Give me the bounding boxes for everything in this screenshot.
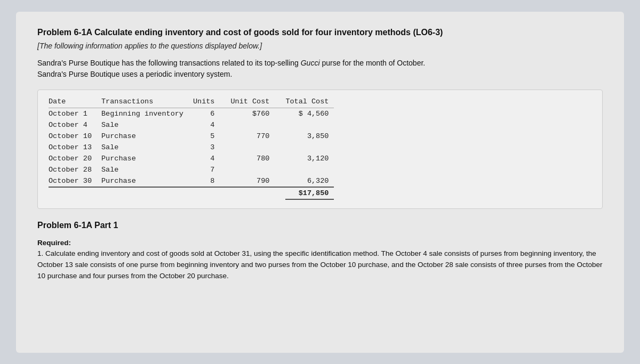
table-header-row: Date Transactions Units Unit Cost Total … — [49, 96, 334, 108]
cell-unit-cost: 790 — [230, 175, 285, 187]
table-row: October 4Sale4 — [49, 119, 334, 131]
cell-transaction: Purchase — [101, 153, 193, 164]
description: Sandra's Purse Boutique has the followin… — [37, 58, 603, 80]
table-container: Date Transactions Units Unit Cost Total … — [37, 90, 603, 209]
cell-units: 3 — [193, 142, 231, 153]
cell-units: 5 — [193, 131, 231, 142]
description-text2: Sandra's Purse Boutique uses a periodic … — [37, 70, 232, 78]
cell-unit-cost — [230, 119, 285, 131]
cell-unit-cost: 780 — [230, 153, 285, 164]
cell-date: October 30 — [49, 175, 101, 187]
problem-title: Problem 6-1A Calculate ending inventory … — [37, 28, 603, 37]
cell-unit-cost: $760 — [230, 108, 285, 119]
cell-transaction: Sale — [101, 164, 193, 175]
table-row: October 10Purchase57703,850 — [49, 131, 334, 142]
cell-unit-cost: 770 — [230, 131, 285, 142]
col-header-total-cost: Total Cost — [285, 96, 334, 108]
cell-total-cost — [285, 142, 334, 153]
cell-date: October 28 — [49, 164, 101, 175]
cell-total-cost: $ 4,560 — [285, 108, 334, 119]
cell-date: October 20 — [49, 153, 101, 164]
page-container: Problem 6-1A Calculate ending inventory … — [16, 12, 624, 353]
cell-units: 7 — [193, 164, 231, 175]
cell-transaction: Sale — [101, 142, 193, 153]
cell-units: 4 — [193, 153, 231, 164]
col-header-transactions: Transactions — [101, 96, 193, 108]
cell-units: 8 — [193, 175, 231, 187]
cell-total-1 — [101, 187, 193, 199]
required-section: Required: 1. Calculate ending inventory … — [37, 238, 603, 282]
cell-total-cost — [285, 164, 334, 175]
cell-total-0 — [49, 187, 101, 199]
cell-total-cost: 6,320 — [285, 175, 334, 187]
cell-total-cost: 3,850 — [285, 131, 334, 142]
description-gucci: Gucci — [301, 59, 320, 67]
cell-units: 4 — [193, 119, 231, 131]
cell-date: October 13 — [49, 142, 101, 153]
cell-total-3 — [230, 187, 285, 199]
cell-date: October 4 — [49, 119, 101, 131]
inventory-table: Date Transactions Units Unit Cost Total … — [49, 96, 334, 200]
subtitle: [The following information applies to th… — [37, 42, 603, 50]
table-row: October 20Purchase47803,120 — [49, 153, 334, 164]
cell-date: October 1 — [49, 108, 101, 119]
required-text: 1. Calculate ending inventory and cost o… — [37, 249, 603, 280]
table-row: October 13Sale3 — [49, 142, 334, 153]
cell-date: October 10 — [49, 131, 101, 142]
col-header-date: Date — [49, 96, 101, 108]
col-header-unit-cost: Unit Cost — [230, 96, 285, 108]
cell-transaction: Purchase — [101, 175, 193, 187]
table-row: October 30Purchase87906,320 — [49, 175, 334, 187]
cell-total-2 — [193, 187, 231, 199]
cell-transaction: Beginning inventory — [101, 108, 193, 119]
part-label: Problem 6-1A Part 1 — [37, 221, 603, 230]
cell-unit-cost — [230, 164, 285, 175]
required-label: Required: — [37, 239, 71, 247]
col-header-units: Units — [193, 96, 231, 108]
cell-unit-cost — [230, 142, 285, 153]
cell-total-4: $17,850 — [285, 187, 334, 199]
table-total-row: $17,850 — [49, 187, 334, 199]
description-text1b: purse for the month of October. — [320, 59, 426, 67]
cell-transaction: Purchase — [101, 131, 193, 142]
table-row: October 1Beginning inventory6$760$ 4,560 — [49, 108, 334, 119]
table-row: October 28Sale7 — [49, 164, 334, 175]
cell-total-cost: 3,120 — [285, 153, 334, 164]
cell-total-cost — [285, 119, 334, 131]
cell-units: 6 — [193, 108, 231, 119]
description-text1: Sandra's Purse Boutique has the followin… — [37, 59, 301, 67]
cell-transaction: Sale — [101, 119, 193, 131]
